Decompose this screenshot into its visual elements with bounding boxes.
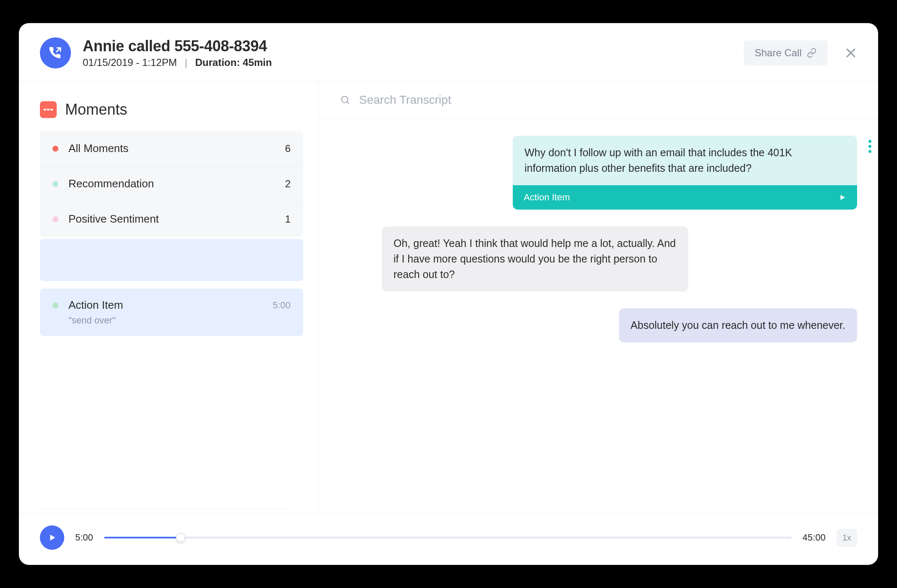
current-time: 5:00 [75, 532, 93, 543]
call-date: 01/15/2019 - 1:12PM [83, 57, 177, 68]
close-icon [845, 47, 857, 59]
main-panel: Why don't I follow up with an email that… [319, 81, 878, 513]
moment-time: 5:00 [273, 300, 291, 311]
moment-tag-action-item[interactable]: Action Item [513, 185, 857, 210]
transcript: Why don't I follow up with an email that… [319, 119, 878, 513]
filter-count: 6 [285, 143, 291, 155]
search-input[interactable] [359, 93, 857, 107]
header-info: Annie called 555-408-8394 01/15/2019 - 1… [83, 37, 744, 68]
separator: | [185, 57, 187, 68]
duration-value: 45min [243, 57, 272, 68]
link-icon [807, 48, 817, 58]
play-icon [839, 194, 846, 201]
play-icon [47, 533, 57, 542]
message-agent: Absolutely you can reach out to me whene… [340, 308, 857, 342]
header: Annie called 555-408-8394 01/15/2019 - 1… [19, 23, 878, 81]
filter-recommendation[interactable]: Recommendation 2 [40, 166, 303, 202]
call-title: Annie called 555-408-8394 [83, 37, 744, 55]
moments-icon [40, 101, 57, 118]
search-icon [340, 94, 351, 105]
sidebar-header: Moments [40, 81, 303, 131]
message-agent: Why don't I follow up with an email that… [340, 136, 857, 210]
message-customer: Oh, great! Yeah I think that would help … [340, 226, 857, 291]
total-time: 45:00 [803, 532, 826, 543]
sidebar: Moments All Moments 6 Recommendation 2 P… [19, 81, 319, 513]
outbound-call-icon [40, 37, 71, 68]
call-detail-window: Annie called 555-408-8394 01/15/2019 - 1… [19, 23, 878, 565]
filter-count: 2 [285, 178, 291, 190]
message-bubble[interactable]: Oh, great! Yeah I think that would help … [382, 226, 688, 291]
filter-label: Positive Sentiment [68, 213, 285, 226]
filter-label: Recommendation [68, 177, 285, 190]
dot-icon [52, 181, 58, 187]
dot-icon [52, 146, 58, 152]
filter-label: All Moments [68, 142, 285, 155]
duration-label: Duration: [195, 57, 240, 68]
message-menu-button[interactable] [868, 140, 871, 153]
svg-rect-0 [44, 109, 46, 110]
close-button[interactable] [845, 47, 857, 59]
dot-icon [52, 302, 58, 308]
filter-count: 1 [285, 213, 291, 225]
svg-rect-1 [47, 109, 50, 110]
moment-placeholder [40, 239, 303, 281]
tag-label: Action Item [524, 192, 570, 203]
call-meta: 01/15/2019 - 1:12PM | Duration: 45min [83, 57, 744, 68]
playback-speed-button[interactable]: 1x [837, 529, 857, 547]
svg-rect-2 [50, 109, 53, 110]
progress-thumb[interactable] [176, 533, 185, 542]
share-label: Share Call [755, 47, 802, 59]
share-call-button[interactable]: Share Call [744, 40, 828, 66]
moments-title: Moments [65, 101, 127, 118]
moment-snippet: "send over" [68, 315, 291, 326]
progress-track[interactable] [104, 537, 792, 538]
moment-label: Action Item [68, 299, 273, 312]
message-bubble[interactable]: Absolutely you can reach out to me whene… [619, 308, 857, 342]
progress-fill [104, 537, 181, 538]
search-row [319, 81, 878, 119]
filter-positive-sentiment[interactable]: Positive Sentiment 1 [40, 202, 303, 236]
filter-all-moments[interactable]: All Moments 6 [40, 131, 303, 166]
divider [40, 509, 293, 509]
play-button[interactable] [40, 525, 64, 550]
audio-player: 5:00 45:00 1x [19, 513, 878, 565]
body: Moments All Moments 6 Recommendation 2 P… [19, 81, 878, 513]
moment-card-action-item[interactable]: Action Item 5:00 "send over" [40, 289, 303, 336]
message-bubble[interactable]: Why don't I follow up with an email that… [513, 136, 857, 185]
dot-icon [52, 216, 58, 222]
moment-filters: All Moments 6 Recommendation 2 Positive … [40, 131, 303, 236]
